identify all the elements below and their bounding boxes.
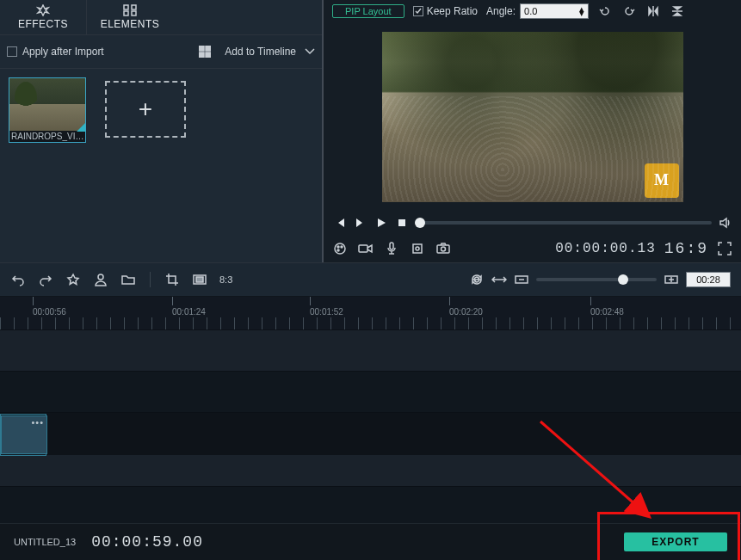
folder-icon[interactable] xyxy=(120,272,136,287)
stop-button[interactable] xyxy=(394,215,410,231)
zoom-value-input[interactable]: 00:28 xyxy=(686,272,731,287)
svg-rect-2 xyxy=(124,11,128,15)
svg-rect-3 xyxy=(132,11,136,15)
svg-rect-7 xyxy=(206,52,211,58)
svg-point-19 xyxy=(98,274,103,280)
project-name: UNTITLED_13 xyxy=(14,537,76,547)
svg-rect-15 xyxy=(413,244,422,253)
ruler-mark: 00:02:48 xyxy=(590,297,624,317)
import-media-button[interactable]: + xyxy=(105,81,186,138)
flip-horizontal-icon[interactable] xyxy=(645,3,661,19)
loop-icon[interactable] xyxy=(469,272,485,287)
voiceover-icon[interactable] xyxy=(384,241,399,256)
svg-point-9 xyxy=(335,243,345,254)
track-row[interactable] xyxy=(0,455,741,487)
tab-elements-label: ELEMENTS xyxy=(101,18,160,30)
zoom-in-icon[interactable] xyxy=(664,272,679,287)
ruler-mark: 00:02:20 xyxy=(449,297,483,317)
svg-point-11 xyxy=(341,246,343,248)
track-row[interactable] xyxy=(0,330,741,372)
grid-view-icon[interactable] xyxy=(197,44,213,59)
export-button[interactable]: EXPORT xyxy=(624,532,727,551)
effects-icon xyxy=(36,4,50,16)
elements-icon xyxy=(123,4,137,16)
timeline-clip[interactable]: ••• xyxy=(1,415,47,454)
keep-ratio-label: Keep Ratio xyxy=(427,5,478,17)
media-thumbnail-label: RAINDROPS_VI… xyxy=(9,131,85,142)
track-row[interactable]: ••• xyxy=(0,414,46,456)
video-preview[interactable]: M xyxy=(382,32,683,202)
aspect-ratio: 16:9 xyxy=(664,240,708,257)
plus-icon: + xyxy=(139,95,152,123)
tab-effects[interactable]: EFFECTS xyxy=(0,0,86,34)
media-thumbnail[interactable]: RAINDROPS_VI… xyxy=(9,77,86,143)
ruler-mark: 00:01:24 xyxy=(172,297,206,317)
svg-rect-14 xyxy=(390,243,393,249)
zoom-out-icon[interactable] xyxy=(514,272,529,287)
zoom-slider[interactable] xyxy=(536,278,657,281)
fullscreen-icon[interactable] xyxy=(717,241,732,256)
svg-rect-8 xyxy=(398,219,405,226)
playback-slider[interactable] xyxy=(415,221,712,225)
apply-after-import-label: Apply after Import xyxy=(22,46,104,58)
preview-timecode: 00:00:00.13 xyxy=(555,241,656,256)
svg-rect-0 xyxy=(124,5,128,9)
add-to-timeline-label: Add to Timeline xyxy=(225,46,296,58)
watermark-icon: M xyxy=(645,163,679,198)
prev-frame-button[interactable] xyxy=(332,215,348,231)
keep-ratio-checkbox[interactable]: Keep Ratio xyxy=(413,5,478,17)
angle-value: 0.0 xyxy=(524,6,537,16)
svg-point-18 xyxy=(442,247,446,251)
checkbox-icon xyxy=(7,46,17,57)
flip-vertical-icon[interactable] xyxy=(670,3,685,19)
timeline-ruler[interactable]: 00:00:5600:01:2400:01:5200:02:2000:02:48 xyxy=(0,297,741,330)
svg-point-16 xyxy=(416,247,419,250)
chevron-down-icon xyxy=(305,47,315,56)
crop-icon[interactable] xyxy=(164,272,180,287)
timeline-tracks[interactable]: ••• xyxy=(0,330,741,528)
svg-point-12 xyxy=(337,249,339,251)
profile-icon[interactable] xyxy=(93,272,108,287)
svg-rect-13 xyxy=(359,245,367,252)
undo-icon[interactable] xyxy=(10,272,26,287)
timeline-ratio: 8:3 xyxy=(219,274,232,285)
svg-rect-4 xyxy=(199,46,204,51)
svg-rect-6 xyxy=(199,52,204,58)
svg-point-10 xyxy=(337,246,339,248)
snapshot-icon[interactable] xyxy=(435,241,451,256)
project-timecode: 00:00:59.00 xyxy=(91,533,203,551)
add-to-timeline-button[interactable]: Add to Timeline xyxy=(225,46,315,58)
svg-rect-5 xyxy=(206,46,211,51)
volume-icon[interactable] xyxy=(717,215,732,231)
color-icon[interactable] xyxy=(332,241,348,256)
checkbox-icon xyxy=(413,6,423,16)
play-button[interactable] xyxy=(374,215,389,231)
redo-icon[interactable] xyxy=(38,272,53,287)
tab-effects-label: EFFECTS xyxy=(18,18,68,30)
favorite-icon[interactable] xyxy=(65,272,81,287)
marker-icon[interactable] xyxy=(410,241,425,256)
angle-label: Angle: xyxy=(486,5,516,17)
ruler-mark: 00:00:56 xyxy=(33,297,66,317)
svg-rect-1 xyxy=(132,5,136,9)
clip-menu-icon: ••• xyxy=(31,417,44,428)
track-row[interactable] xyxy=(0,372,741,413)
rotate-right-icon[interactable] xyxy=(621,3,637,19)
fit-icon[interactable] xyxy=(491,272,507,287)
track-row[interactable] xyxy=(0,487,741,528)
pip-layout-button[interactable]: PIP Layout xyxy=(332,4,404,18)
spinner-icon: ▴▾ xyxy=(579,7,584,15)
apply-after-import-checkbox[interactable]: Apply after Import xyxy=(7,46,104,58)
next-frame-button[interactable] xyxy=(353,215,368,231)
aspect-icon[interactable] xyxy=(192,272,207,287)
ruler-mark: 00:01:52 xyxy=(310,297,343,317)
record-icon[interactable] xyxy=(358,241,374,256)
svg-rect-21 xyxy=(196,277,203,282)
angle-input[interactable]: 0.0 ▴▾ xyxy=(520,3,589,19)
tab-elements[interactable]: ELEMENTS xyxy=(86,0,173,34)
rotate-left-icon[interactable] xyxy=(597,3,613,19)
